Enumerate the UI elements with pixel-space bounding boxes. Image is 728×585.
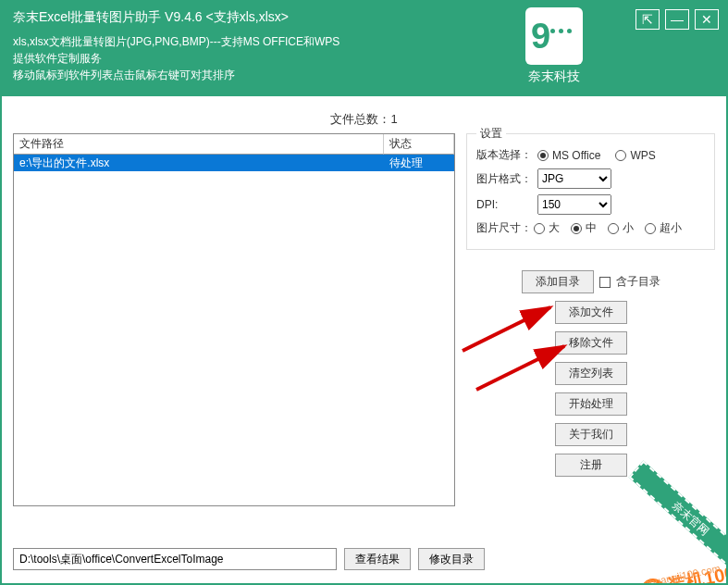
- remove-file-button[interactable]: 移除文件: [555, 331, 627, 355]
- header-desc-2: 提供软件定制服务: [13, 50, 715, 67]
- settings-legend: 设置: [476, 126, 506, 142]
- format-label: 图片格式：: [476, 171, 532, 187]
- cell-path: e:\导出的文件.xlsx: [14, 155, 384, 171]
- brand-logo: 9 奈末科技: [525, 7, 583, 85]
- radio-size-big[interactable]: 大: [534, 220, 560, 236]
- cell-status: 待处理: [384, 155, 454, 171]
- include-subdir-label: 含子目录: [616, 274, 660, 290]
- radio-size-mid[interactable]: 中: [571, 220, 597, 236]
- dpi-label: DPI:: [476, 198, 532, 211]
- clear-list-button[interactable]: 清空列表: [555, 362, 627, 385]
- pin-button[interactable]: ⇱: [635, 9, 660, 30]
- change-dir-button[interactable]: 修改目录: [418, 548, 485, 570]
- col-header-path[interactable]: 文件路径: [14, 134, 384, 155]
- include-subdir-checkbox[interactable]: [599, 277, 611, 288]
- col-header-status[interactable]: 状态: [384, 134, 454, 155]
- start-button[interactable]: 开始处理: [555, 392, 627, 416]
- add-file-button[interactable]: 添加文件: [555, 301, 627, 324]
- settings-group: 设置 版本选择： MS Office WPS 图片格式：: [466, 133, 715, 250]
- brand-name: 奈末科技: [525, 68, 583, 85]
- about-button[interactable]: 关于我们: [555, 423, 627, 446]
- format-select[interactable]: JPGPNGBMP: [537, 168, 611, 189]
- radio-size-small[interactable]: 小: [608, 220, 634, 236]
- add-directory-button[interactable]: 添加目录: [522, 270, 594, 293]
- minimize-button[interactable]: —: [665, 9, 689, 30]
- radio-size-xsmall[interactable]: 超小: [645, 220, 682, 236]
- app-title: 奈末Excel批量转图片助手 V9.4.6 <支持xls,xlsx>: [13, 9, 715, 26]
- header-desc-3: 移动鼠标到软件列表点击鼠标右键可对其排序: [13, 67, 715, 83]
- radio-wps[interactable]: WPS: [615, 149, 655, 162]
- file-count: 文件总数：1: [13, 111, 715, 128]
- output-path-input[interactable]: [13, 548, 337, 570]
- header-desc-1: xls,xlsx文档批量转图片(JPG,PNG,BMP)---支持MS OFFI…: [13, 33, 715, 50]
- version-label: 版本选择：: [476, 147, 532, 163]
- radio-ms-office[interactable]: MS Office: [537, 149, 600, 162]
- dpi-select[interactable]: 150200300: [537, 194, 611, 215]
- view-result-button[interactable]: 查看结果: [344, 548, 411, 570]
- close-button[interactable]: ✕: [695, 9, 719, 30]
- table-row[interactable]: e:\导出的文件.xlsx 待处理: [14, 155, 454, 171]
- register-button[interactable]: 注册: [555, 454, 627, 477]
- size-label: 图片尺寸：: [476, 220, 532, 236]
- file-table[interactable]: 文件路径 状态 e:\导出的文件.xlsx 待处理: [13, 133, 455, 506]
